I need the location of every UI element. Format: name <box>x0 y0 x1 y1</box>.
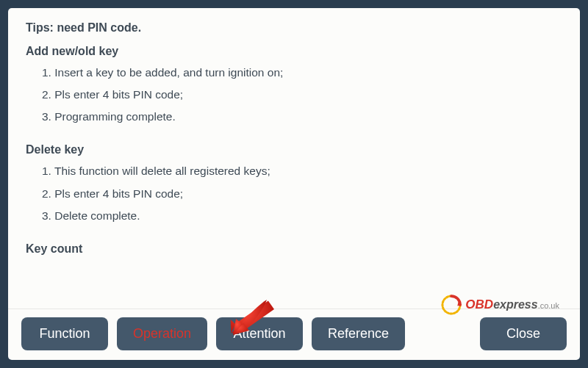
delete-step-3: 3. Delete complete. <box>42 209 562 223</box>
add-step-1: 1. Insert a key to be added, and turn ig… <box>42 65 562 80</box>
close-button[interactable]: Close <box>480 317 567 350</box>
add-step-3: 3. Programming complete. <box>42 109 562 124</box>
function-button[interactable]: Function <box>21 317 108 350</box>
tips-heading: Tips: need PIN code. <box>26 21 562 35</box>
operation-button[interactable]: Operation <box>117 317 207 350</box>
dialog-content: Tips: need PIN code. Add new/old key 1. … <box>8 8 580 309</box>
delete-step-1: 1. This function will delete all registe… <box>42 164 562 178</box>
dialog-window: Tips: need PIN code. Add new/old key 1. … <box>8 8 580 360</box>
add-step-2: 2. Pls enter 4 bits PIN code; <box>42 87 562 102</box>
section-title-delete: Delete key <box>26 143 562 156</box>
reference-button[interactable]: Reference <box>312 317 405 350</box>
attention-button[interactable]: Attention <box>216 317 303 350</box>
section-title-keycount: Key count <box>26 242 562 256</box>
delete-step-2: 2. Pls enter 4 bits PIN code; <box>42 187 562 201</box>
section-title-add: Add new/old key <box>26 45 562 58</box>
button-bar: Function Operation Attention Reference C… <box>8 309 580 360</box>
